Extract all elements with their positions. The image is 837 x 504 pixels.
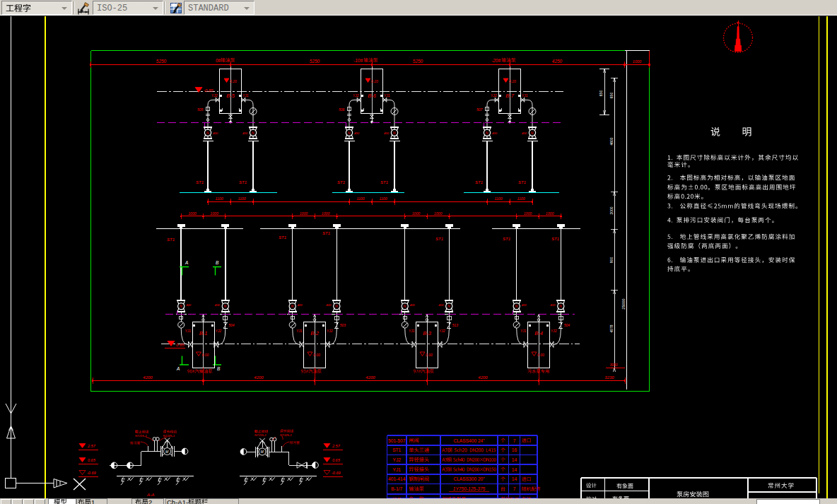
svg-text:N: N bbox=[559, 304, 562, 308]
svg-text:ST1: ST1 bbox=[435, 237, 443, 241]
svg-text:YJ2: YJ2 bbox=[327, 329, 333, 333]
svg-text:400: 400 bbox=[438, 303, 444, 307]
svg-text:ST1: ST1 bbox=[279, 235, 286, 240]
svg-text:7: 7 bbox=[513, 438, 516, 443]
svg-text:400: 400 bbox=[213, 131, 218, 135]
svg-text:2.57: 2.57 bbox=[332, 444, 341, 448]
svg-text:1000: 1000 bbox=[524, 211, 532, 216]
svg-text:N: N bbox=[515, 304, 518, 308]
svg-text:401-414: 401-414 bbox=[388, 476, 406, 481]
svg-text:0.00: 0.00 bbox=[202, 353, 209, 357]
svg-text:14: 14 bbox=[512, 476, 517, 481]
svg-text:3050: 3050 bbox=[609, 363, 617, 367]
svg-text:B-1: B-1 bbox=[199, 330, 208, 336]
svg-text:B-1/7: B-1/7 bbox=[391, 486, 402, 491]
svg-text:4200: 4200 bbox=[143, 375, 153, 380]
svg-text:N7J25-1: N7J25-1 bbox=[163, 434, 175, 438]
svg-text:YJ2: YJ2 bbox=[491, 93, 497, 98]
svg-text:ST1: ST1 bbox=[475, 180, 483, 184]
svg-text:0.00: 0.00 bbox=[313, 353, 320, 357]
svg-text:N: N bbox=[206, 131, 209, 135]
svg-text:N: N bbox=[447, 304, 450, 308]
svg-text:1100: 1100 bbox=[215, 197, 223, 201]
svg-text:ST1: ST1 bbox=[551, 237, 559, 241]
svg-text:B-4: B-4 bbox=[534, 330, 543, 336]
svg-text:0.00: 0.00 bbox=[537, 353, 544, 357]
svg-text:B-7: B-7 bbox=[505, 93, 515, 99]
svg-text:N: N bbox=[224, 304, 227, 308]
svg-text:14: 14 bbox=[512, 467, 517, 472]
svg-text:1000: 1000 bbox=[633, 59, 642, 64]
svg-text:1100: 1100 bbox=[379, 197, 387, 201]
svg-text:A: A bbox=[176, 366, 180, 371]
svg-text:2: 2 bbox=[148, 498, 152, 504]
svg-text:0.65: 0.65 bbox=[332, 458, 341, 462]
svg-text:1100: 1100 bbox=[238, 197, 245, 201]
svg-text:400: 400 bbox=[354, 131, 360, 135]
svg-text:4200: 4200 bbox=[365, 375, 375, 380]
svg-text:1000: 1000 bbox=[300, 211, 308, 216]
svg-text:501-507: 501-507 bbox=[388, 438, 406, 443]
svg-text:A: A bbox=[185, 260, 188, 265]
svg-text:B: B bbox=[217, 366, 221, 371]
svg-text:0.20: 0.20 bbox=[509, 79, 516, 83]
svg-text:504: 504 bbox=[228, 323, 235, 327]
svg-text:YJ1: YJ1 bbox=[393, 467, 402, 472]
svg-text:1100: 1100 bbox=[517, 197, 525, 201]
svg-text:YJ2: YJ2 bbox=[393, 457, 402, 462]
svg-text:400: 400 bbox=[522, 131, 527, 135]
svg-text:N7J25-1: N7J25-1 bbox=[280, 433, 292, 437]
svg-text:5250: 5250 bbox=[156, 59, 167, 64]
svg-text:0.00: 0.00 bbox=[426, 353, 433, 357]
svg-text:1000: 1000 bbox=[412, 211, 421, 216]
svg-text:B-2: B-2 bbox=[310, 330, 320, 336]
svg-text:506: 506 bbox=[339, 107, 345, 112]
svg-text:ST1: ST1 bbox=[337, 180, 345, 184]
svg-text:-0.69: -0.69 bbox=[87, 471, 96, 475]
svg-text:400: 400 bbox=[326, 303, 332, 307]
svg-text:N: N bbox=[252, 131, 254, 135]
svg-text:16: 16 bbox=[512, 447, 517, 452]
svg-text:ST1: ST1 bbox=[196, 180, 204, 184]
svg-text:ST1: ST1 bbox=[392, 447, 401, 452]
svg-text:0#: 0# bbox=[216, 58, 221, 63]
svg-text:650: 650 bbox=[599, 90, 603, 97]
svg-text:400: 400 bbox=[550, 303, 556, 307]
svg-text:N: N bbox=[486, 131, 488, 135]
svg-text:3230: 3230 bbox=[604, 375, 614, 380]
svg-text:YJ2: YJ2 bbox=[211, 93, 218, 98]
svg-text:YJ1: YJ1 bbox=[520, 329, 527, 333]
svg-text:7: 7 bbox=[513, 486, 516, 491]
svg-text:4578: 4578 bbox=[609, 324, 614, 332]
svg-text:N: N bbox=[404, 304, 406, 308]
svg-text:650: 650 bbox=[609, 93, 614, 99]
svg-text:YJ1: YJ1 bbox=[296, 329, 303, 333]
svg-text:B-3: B-3 bbox=[423, 330, 432, 336]
svg-text:0.65: 0.65 bbox=[176, 343, 185, 347]
svg-text:513: 513 bbox=[452, 323, 459, 327]
svg-text:N: N bbox=[348, 131, 351, 135]
svg-text:0.20: 0.20 bbox=[230, 79, 237, 83]
svg-text:YJ1: YJ1 bbox=[384, 93, 390, 98]
svg-text:400: 400 bbox=[186, 303, 192, 307]
svg-text:400: 400 bbox=[410, 303, 416, 307]
svg-text:CLASS300 20": CLASS300 20" bbox=[453, 476, 485, 481]
svg-text:ST1: ST1 bbox=[239, 180, 247, 184]
svg-text:2.57: 2.57 bbox=[87, 444, 96, 448]
svg-text:0.20: 0.20 bbox=[371, 79, 378, 83]
svg-text:505: 505 bbox=[197, 107, 204, 112]
svg-text:YJ1: YJ1 bbox=[522, 93, 528, 98]
svg-text:1Y750-125-375: 1Y750-125-375 bbox=[453, 486, 486, 491]
svg-text:4250: 4250 bbox=[552, 59, 563, 64]
svg-text:YJ1: YJ1 bbox=[185, 329, 192, 333]
svg-text:B: B bbox=[216, 260, 219, 265]
svg-text:B-5: B-5 bbox=[226, 93, 235, 99]
svg-text:2000: 2000 bbox=[609, 206, 614, 214]
svg-text:YJ2: YJ2 bbox=[216, 329, 222, 333]
svg-text:ST1: ST1 bbox=[322, 231, 330, 235]
svg-text:ST1: ST1 bbox=[167, 238, 175, 242]
svg-text:507: 507 bbox=[476, 107, 483, 112]
svg-text:400: 400 bbox=[522, 303, 527, 307]
svg-text:ST1: ST1 bbox=[380, 180, 388, 184]
svg-text:YJ1: YJ1 bbox=[409, 329, 415, 333]
